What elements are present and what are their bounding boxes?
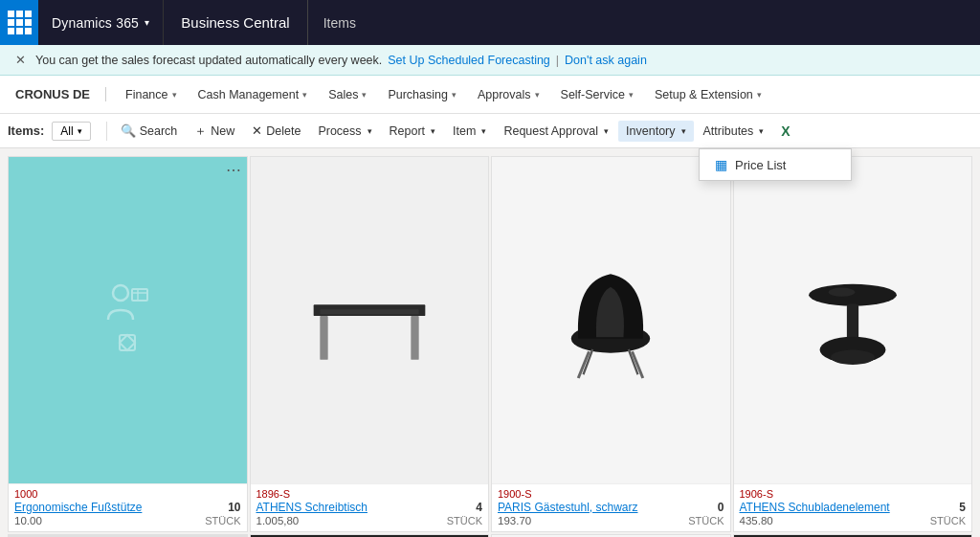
svg-rect-4 — [120, 335, 135, 350]
card-options-icon-0[interactable]: ⋯ — [226, 163, 241, 178]
item-name-row-2: PARIS Gästestuhl, schwarz 0 — [498, 501, 724, 514]
waffle-grid-icon — [8, 11, 32, 34]
item-button[interactable]: Item ▾ — [445, 121, 494, 142]
nav-chevron-setup: ▾ — [757, 90, 762, 100]
attributes-chevron-icon: ▾ — [759, 126, 764, 136]
item-info-2: 1900-S PARIS Gästestuhl, schwarz 0 193.7… — [492, 483, 730, 531]
report-chevron-icon: ▾ — [431, 126, 435, 136]
nav-item-self-service[interactable]: Self-Service ▾ — [551, 76, 643, 113]
item-name-1[interactable]: ATHENS Schreibtisch — [256, 501, 473, 514]
nav-menu: Finance ▾ Cash Management ▾ Sales ▾ Purc… — [116, 76, 771, 113]
banner-link-forecast[interactable]: Set Up Scheduled Forecasting — [388, 54, 550, 67]
excel-icon: X — [781, 123, 790, 139]
sidetable-svg — [786, 258, 920, 383]
item-code-3: 1906-S — [740, 488, 967, 500]
inventory-button[interactable]: Inventory ▾ — [618, 121, 693, 142]
nav-item-finance[interactable]: Finance ▾ — [116, 76, 186, 113]
item-image-0 — [9, 157, 247, 483]
placeholder-illustration — [103, 283, 151, 358]
item-price-0: 10.00 — [14, 515, 42, 526]
item-card-3[interactable]: 1906-S ATHENS Schubladenelement 5 435.80… — [733, 156, 973, 532]
request-approval-button[interactable]: Request Approval ▾ — [496, 121, 616, 142]
nav-item-setup[interactable]: Setup & Extension ▾ — [645, 76, 771, 113]
item-info-3: 1906-S ATHENS Schubladenelement 5 435.80… — [734, 483, 972, 531]
item-code-1: 1896-S — [256, 488, 483, 500]
item-name-2[interactable]: PARIS Gästestuhl, schwarz — [498, 501, 714, 514]
svg-rect-6 — [320, 316, 327, 360]
new-button[interactable]: ＋ New — [187, 119, 242, 144]
dynamics-chevron-icon: ▾ — [145, 17, 149, 28]
svg-rect-7 — [411, 316, 418, 360]
item-name-row-3: ATHENS Schubladenelement 5 — [740, 501, 967, 514]
item-price-2: 193.70 — [498, 515, 531, 526]
attributes-button[interactable]: Attributes ▾ — [696, 121, 772, 142]
item-card-2[interactable]: 1900-S PARIS Gästestuhl, schwarz 0 193.7… — [491, 156, 731, 532]
dynamics-nav[interactable]: Dynamics 365 ▾ — [38, 0, 164, 45]
item-chevron-icon: ▾ — [481, 126, 486, 136]
item-price-1: 1.005,80 — [256, 515, 300, 526]
nav-chevron-cash: ▾ — [302, 90, 307, 100]
request-chevron-icon: ▾ — [604, 126, 609, 136]
item-name-0[interactable]: Ergonomische Fußstütze — [14, 501, 224, 514]
item-unit-1: STÜCK — [447, 515, 482, 526]
item-price-row-0: 10.00 STÜCK — [14, 515, 241, 526]
toolbar-separator-1 — [106, 122, 107, 141]
search-button[interactable]: 🔍 Search — [113, 120, 186, 142]
item-info-0: 1000 Ergonomische Fußstütze 10 10.00 STÜ… — [9, 483, 247, 531]
item-card-0[interactable]: ⋯ 1000 — [8, 156, 248, 532]
banner-separator: | — [556, 54, 559, 67]
content-area: ⋯ 1000 — [0, 148, 980, 537]
table-svg — [298, 263, 441, 378]
item-qty-1: 4 — [476, 501, 482, 514]
item-image-2 — [492, 157, 730, 483]
item-unit-0: STÜCK — [205, 515, 240, 526]
nav-chevron-finance: ▾ — [172, 90, 177, 100]
filter-chevron-icon: ▾ — [78, 126, 82, 136]
svg-point-17 — [831, 349, 875, 364]
nav-item-purchasing[interactable]: Purchasing ▾ — [378, 76, 466, 113]
item-name-3[interactable]: ATHENS Schubladenelement — [740, 501, 956, 514]
inventory-dropdown: ▦ Price List — [699, 148, 852, 181]
item-qty-0: 10 — [228, 501, 240, 514]
item-unit-3: STÜCK — [930, 515, 966, 526]
item-qty-2: 0 — [718, 501, 724, 514]
item-price-row-2: 193.70 STÜCK — [498, 515, 724, 526]
report-button[interactable]: Report ▾ — [382, 121, 444, 142]
nav-item-approvals[interactable]: Approvals ▾ — [468, 76, 549, 113]
item-name-row-0: Ergonomische Fußstütze 10 — [14, 501, 241, 514]
nav-item-sales[interactable]: Sales ▾ — [319, 76, 376, 113]
nav-chevron-sales: ▾ — [362, 90, 367, 100]
item-price-row-1: 1.005,80 STÜCK — [256, 515, 483, 526]
info-banner: ✕ You can get the sales forecast updated… — [0, 45, 980, 76]
toolbar: Items: All ▾ 🔍 Search ＋ New ✕ Delete Pro… — [0, 114, 980, 148]
item-price-row-3: 435.80 STÜCK — [740, 515, 967, 526]
delete-button[interactable]: ✕ Delete — [244, 120, 308, 142]
toolbar-items-label: Items: — [8, 123, 44, 138]
item-grid: ⋯ 1000 — [8, 156, 972, 532]
item-unit-2: STÜCK — [688, 515, 724, 526]
item-code-0: 1000 — [14, 488, 241, 500]
item-info-1: 1896-S ATHENS Schreibtisch 4 1.005,80 ST… — [251, 483, 489, 531]
dynamics-label: Dynamics 365 — [52, 15, 139, 31]
item-card-1[interactable]: 1896-S ATHENS Schreibtisch 4 1.005,80 ST… — [250, 156, 490, 532]
excel-button[interactable]: X — [773, 120, 797, 143]
nav-chevron-self-service: ▾ — [629, 90, 634, 100]
banner-message: You can get the sales forecast updated a… — [35, 54, 382, 67]
process-button[interactable]: Process ▾ — [310, 121, 379, 142]
svg-point-0 — [113, 285, 128, 301]
filter-all-button[interactable]: All ▾ — [52, 122, 90, 141]
svg-rect-1 — [132, 289, 147, 301]
search-icon: 🔍 — [121, 123, 136, 138]
item-image-1 — [251, 157, 489, 483]
item-image-3 — [734, 157, 972, 483]
nav-chevron-purchasing: ▾ — [452, 90, 457, 100]
banner-link-dontask[interactable]: Don't ask again — [565, 54, 647, 67]
waffle-button[interactable] — [0, 0, 38, 45]
svg-point-18 — [829, 287, 856, 296]
plus-icon: ＋ — [194, 123, 207, 140]
nav-item-cash[interactable]: Cash Management ▾ — [189, 76, 318, 113]
banner-close-icon[interactable]: ✕ — [15, 53, 26, 67]
process-chevron-icon: ▾ — [368, 126, 372, 136]
inventory-chevron-icon: ▾ — [681, 126, 686, 136]
price-list-item[interactable]: ▦ Price List — [700, 149, 851, 180]
